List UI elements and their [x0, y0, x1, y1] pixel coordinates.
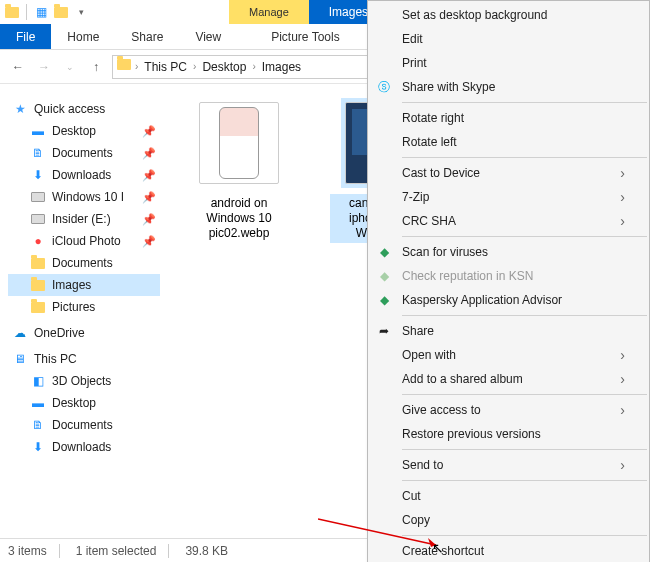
address-bar[interactable]: › This PC › Desktop › Images — [112, 55, 372, 79]
shield-icon: ◆ — [376, 244, 392, 260]
skype-icon: ⓢ — [376, 79, 392, 95]
sidebar-documents[interactable]: 🗎Documents📌 — [8, 142, 160, 164]
label: OneDrive — [34, 326, 85, 340]
label: Quick access — [34, 102, 105, 116]
label: Check reputation in KSN — [402, 269, 533, 283]
sidebar-downloads[interactable]: ⬇Downloads📌 — [8, 164, 160, 186]
cloud-icon: ☁ — [12, 325, 28, 341]
label: Downloads — [52, 168, 111, 182]
navigation-pane: ★Quick access ▬Desktop📌 🗎Documents📌 ⬇Dow… — [0, 84, 160, 538]
chevron-right-icon: › — [620, 165, 625, 181]
back-button[interactable]: ← — [8, 57, 28, 77]
ctx-create-shortcut[interactable]: Create shortcut — [368, 539, 649, 562]
chevron-right-icon[interactable]: › — [193, 61, 196, 72]
folder-icon — [30, 299, 46, 315]
ctx-give-access[interactable]: Give access to› — [368, 398, 649, 422]
menu-separator — [402, 480, 647, 481]
folder-icon — [30, 277, 46, 293]
ctx-rotate-left[interactable]: Rotate left — [368, 130, 649, 154]
sidebar-documents3[interactable]: 🗎Documents — [8, 414, 160, 436]
ctx-cast[interactable]: Cast to Device› — [368, 161, 649, 185]
ctx-share-skype[interactable]: ⓢShare with Skype — [368, 75, 649, 99]
ctx-restore-versions[interactable]: Restore previous versions — [368, 422, 649, 446]
file-item[interactable]: android on Windows 10 pic02.webp — [184, 98, 294, 243]
dropdown-icon[interactable]: ▾ — [73, 4, 89, 20]
shield-icon: ◆ — [376, 292, 392, 308]
label: This PC — [34, 352, 77, 366]
breadcrumb-desktop[interactable]: Desktop — [198, 60, 250, 74]
forward-button: → — [34, 57, 54, 77]
sidebar-quick-access[interactable]: ★Quick access — [8, 98, 160, 120]
sidebar-onedrive[interactable]: ☁OneDrive — [8, 322, 160, 344]
label: Windows 10 I — [52, 190, 124, 204]
label: 3D Objects — [52, 374, 111, 388]
ctx-add-shared-album[interactable]: Add to a shared album› — [368, 367, 649, 391]
chevron-right-icon[interactable]: › — [252, 61, 255, 72]
label: Share with Skype — [402, 80, 495, 94]
ctx-cut[interactable]: Cut — [368, 484, 649, 508]
sidebar-images[interactable]: Images — [8, 274, 160, 296]
selection-count: 1 item selected — [76, 544, 170, 558]
recent-dropdown[interactable]: ⌄ — [60, 57, 80, 77]
sidebar-downloads2[interactable]: ⬇Downloads — [8, 436, 160, 458]
sidebar-win10[interactable]: Windows 10 I📌 — [8, 186, 160, 208]
sidebar-icloud[interactable]: ●iCloud Photo📌 — [8, 230, 160, 252]
quick-access-toolbar: ▦ ▾ — [4, 0, 89, 24]
pin-icon: 📌 — [142, 125, 156, 138]
pin-icon: 📌 — [142, 191, 156, 204]
share-tab[interactable]: Share — [115, 24, 179, 49]
sidebar-desktop[interactable]: ▬Desktop📌 — [8, 120, 160, 142]
label: Scan for viruses — [402, 245, 488, 259]
label: Downloads — [52, 440, 111, 454]
desktop-icon: ▬ — [30, 123, 46, 139]
label: Edit — [402, 32, 423, 46]
file-name: android on Windows 10 pic02.webp — [184, 194, 294, 243]
label: Rotate right — [402, 111, 464, 125]
label: Insider (E:) — [52, 212, 111, 226]
item-count: 3 items — [8, 544, 60, 558]
breadcrumb-this-pc[interactable]: This PC — [140, 60, 191, 74]
pc-icon: 🖥 — [12, 351, 28, 367]
label: Cast to Device — [402, 166, 480, 180]
ctx-open-with[interactable]: Open with› — [368, 343, 649, 367]
label: Send to — [402, 458, 443, 472]
chevron-right-icon[interactable]: › — [135, 61, 138, 72]
up-button[interactable]: ↑ — [86, 57, 106, 77]
label: Documents — [52, 146, 113, 160]
ctx-copy[interactable]: Copy — [368, 508, 649, 532]
label: Images — [52, 278, 91, 292]
properties-icon[interactable]: ▦ — [33, 4, 49, 20]
ctx-send-to[interactable]: Send to› — [368, 453, 649, 477]
ctx-crc-sha[interactable]: CRC SHA› — [368, 209, 649, 233]
view-tab[interactable]: View — [179, 24, 237, 49]
ctx-share[interactable]: ➦Share — [368, 319, 649, 343]
file-tab[interactable]: File — [0, 24, 51, 49]
new-folder-icon[interactable] — [53, 4, 69, 20]
sidebar-pictures[interactable]: Pictures — [8, 296, 160, 318]
ctx-print[interactable]: Print — [368, 51, 649, 75]
pin-icon: 📌 — [142, 213, 156, 226]
ctx-scan-viruses[interactable]: ◆Scan for viruses — [368, 240, 649, 264]
chevron-right-icon: › — [620, 371, 625, 387]
sidebar-3d-objects[interactable]: ◧3D Objects — [8, 370, 160, 392]
picture-tools-tab[interactable]: Picture Tools — [255, 24, 355, 49]
shield-icon: ◆ — [376, 268, 392, 284]
ctx-set-background[interactable]: Set as desktop background — [368, 3, 649, 27]
cube-icon: ◧ — [30, 373, 46, 389]
home-tab[interactable]: Home — [51, 24, 115, 49]
folder-icon — [117, 59, 133, 75]
folder-icon — [30, 255, 46, 271]
ctx-rotate-right[interactable]: Rotate right — [368, 106, 649, 130]
selection-size: 39.8 KB — [185, 544, 228, 558]
star-icon: ★ — [12, 101, 28, 117]
ctx-edit[interactable]: Edit — [368, 27, 649, 51]
icloud-icon: ● — [30, 233, 46, 249]
sidebar-this-pc[interactable]: 🖥This PC — [8, 348, 160, 370]
breadcrumb-images[interactable]: Images — [258, 60, 305, 74]
sidebar-insider[interactable]: Insider (E:)📌 — [8, 208, 160, 230]
sidebar-desktop2[interactable]: ▬Desktop — [8, 392, 160, 414]
ctx-kaspersky-advisor[interactable]: ◆Kaspersky Application Advisor — [368, 288, 649, 312]
sidebar-documents2[interactable]: Documents — [8, 252, 160, 274]
menu-separator — [402, 315, 647, 316]
ctx-7zip[interactable]: 7-Zip› — [368, 185, 649, 209]
